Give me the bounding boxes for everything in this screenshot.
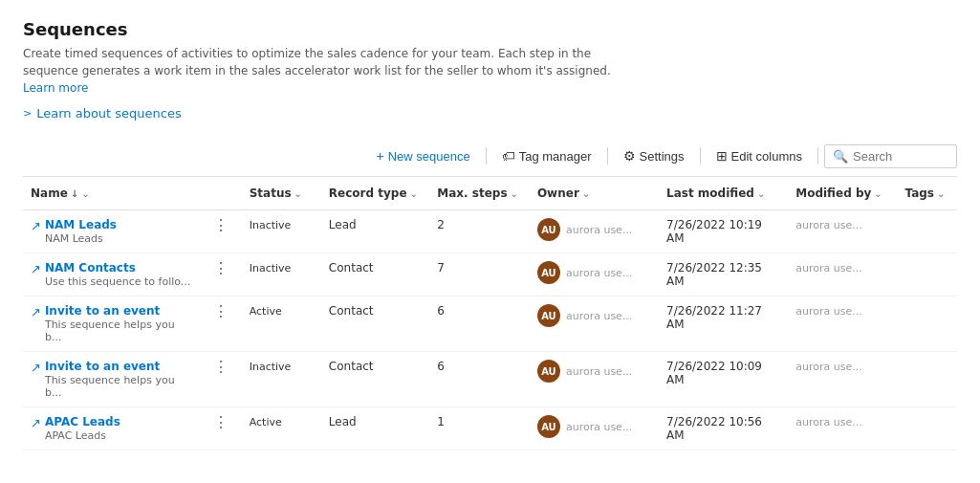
record-type: Lead (329, 415, 357, 428)
learn-about-label: Learn about sequences (36, 106, 182, 121)
more-options-button[interactable]: ⋮ (209, 261, 232, 276)
filter-icon-status: ⌄ (294, 188, 302, 199)
modified-by-name: aurora use... (795, 219, 861, 231)
plus-icon: + (377, 148, 384, 164)
avatar: AU (537, 360, 560, 383)
filter-icon-lastmod: ⌄ (757, 188, 765, 199)
cell-status-2: Active (242, 296, 321, 352)
tag-manager-button[interactable]: 🏷 Tag manager (492, 143, 601, 168)
chevron-right-icon: > (23, 107, 32, 120)
cell-owner-1: AU aurora use... (530, 253, 659, 296)
cell-status-0: Inactive (242, 210, 321, 253)
sequence-subtitle: This sequence helps you b... (45, 318, 194, 343)
more-options-button[interactable]: ⋮ (209, 304, 232, 319)
row-arrow-icon: ↗ (31, 262, 41, 276)
cell-modby-1: aurora use... (788, 253, 897, 296)
cell-status-4: Active (242, 407, 321, 450)
learn-about-row[interactable]: > Learn about sequences (23, 106, 957, 121)
last-modified-value: 7/26/2022 10:56 AM (666, 415, 762, 442)
cell-lastmod-2: 7/26/2022 11:27 AM (659, 296, 788, 352)
more-options-button[interactable]: ⋮ (209, 218, 232, 233)
col-header-modified-by[interactable]: Modified by ⌄ (788, 177, 897, 210)
search-input[interactable] (853, 149, 948, 164)
status-badge: Inactive (250, 361, 292, 373)
cell-maxsteps-2: 6 (429, 296, 530, 352)
col-header-owner[interactable]: Owner ⌄ (530, 177, 659, 210)
cell-tags-4 (898, 407, 957, 450)
table-row: ↗ NAM Leads NAM Leads ⋮ Inactive Lead 2 … (23, 210, 957, 253)
cell-record-3: Contact (321, 352, 429, 407)
table-body: ↗ NAM Leads NAM Leads ⋮ Inactive Lead 2 … (23, 210, 957, 450)
cell-lastmod-3: 7/26/2022 10:09 AM (659, 352, 788, 407)
filter-icon-modby: ⌄ (874, 188, 882, 199)
row-arrow-icon: ↗ (31, 219, 41, 233)
sequence-subtitle: APAC Leads (45, 429, 120, 442)
edit-columns-button[interactable]: ⊞ Edit columns (707, 143, 812, 168)
col-header-record-type[interactable]: Record type ⌄ (321, 177, 429, 210)
table-row: ↗ APAC Leads APAC Leads ⋮ Active Lead 1 … (23, 407, 957, 450)
sequence-name[interactable]: NAM Leads (45, 218, 117, 231)
owner-name: aurora use... (566, 421, 632, 433)
last-modified-value: 7/26/2022 10:19 AM (666, 218, 762, 245)
table-row: ↗ Invite to an event This sequence helps… (23, 352, 957, 407)
filter-icon-record: ⌄ (410, 188, 418, 199)
record-type: Contact (329, 304, 374, 318)
filter-icon-name: ⌄ (81, 188, 89, 199)
cell-name-4: ↗ APAC Leads APAC Leads (23, 407, 202, 450)
cell-status-1: Inactive (242, 253, 321, 296)
sequence-name[interactable]: NAM Contacts (45, 261, 190, 274)
cell-record-2: Contact (321, 296, 429, 352)
record-type: Lead (329, 218, 357, 231)
sequences-page: Sequences Create timed sequences of acti… (0, 0, 980, 483)
owner-name: aurora use... (566, 310, 632, 322)
filter-icon-tags: ⌄ (937, 188, 945, 199)
toolbar-divider-2 (607, 147, 608, 165)
avatar: AU (537, 415, 560, 438)
sequence-name[interactable]: Invite to an event (45, 304, 194, 318)
filter-icon-owner: ⌄ (582, 188, 590, 199)
table-row: ↗ Invite to an event This sequence helps… (23, 296, 957, 352)
cell-record-4: Lead (321, 407, 429, 450)
last-modified-value: 7/26/2022 11:27 AM (666, 304, 762, 331)
sort-icon-name: ↓ (71, 188, 78, 199)
max-steps-value: 6 (437, 360, 445, 373)
max-steps-value: 6 (437, 304, 445, 318)
cell-tags-1 (898, 253, 957, 296)
settings-button[interactable]: ⚙ Settings (614, 143, 694, 168)
col-header-name[interactable]: Name ↓ ⌄ (23, 177, 202, 210)
more-options-button[interactable]: ⋮ (209, 360, 232, 375)
cell-modby-0: aurora use... (788, 210, 897, 253)
col-header-max-steps[interactable]: Max. steps ⌄ (429, 177, 530, 210)
cell-lastmod-4: 7/26/2022 10:56 AM (659, 407, 788, 450)
col-header-last-modified[interactable]: Last modified ⌄ (659, 177, 788, 210)
columns-icon: ⊞ (716, 148, 728, 164)
owner-name: aurora use... (566, 224, 632, 236)
toolbar-divider-1 (486, 147, 487, 165)
modified-by-name: aurora use... (795, 305, 861, 318)
modified-by-name: aurora use... (795, 361, 861, 373)
col-header-status[interactable]: Status ⌄ (242, 177, 321, 210)
cell-owner-0: AU aurora use... (530, 210, 659, 253)
owner-name: aurora use... (566, 267, 632, 279)
row-arrow-icon: ↗ (31, 361, 41, 375)
cell-modby-3: aurora use... (788, 352, 897, 407)
learn-more-link[interactable]: Learn more (23, 81, 88, 95)
more-options-button[interactable]: ⋮ (209, 415, 232, 430)
sequence-name[interactable]: Invite to an event (45, 360, 194, 373)
cell-modby-4: aurora use... (788, 407, 897, 450)
col-header-more (202, 177, 242, 210)
sequence-subtitle: This sequence helps you b... (45, 374, 194, 399)
sequence-name[interactable]: APAC Leads (45, 415, 120, 428)
col-header-tags[interactable]: Tags ⌄ (898, 177, 957, 210)
cell-record-1: Contact (321, 253, 429, 296)
record-type: Contact (329, 360, 374, 373)
avatar: AU (537, 261, 560, 284)
toolbar: + New sequence 🏷 Tag manager ⚙ Settings … (23, 136, 957, 177)
cell-more-3: ⋮ (202, 352, 242, 407)
cell-name-1: ↗ NAM Contacts Use this sequence to foll… (23, 253, 202, 296)
cell-name-0: ↗ NAM Leads NAM Leads (23, 210, 202, 253)
modified-by-name: aurora use... (795, 416, 861, 428)
max-steps-value: 2 (437, 218, 445, 231)
new-sequence-button[interactable]: + New sequence (367, 143, 480, 168)
status-badge: Inactive (250, 262, 292, 274)
